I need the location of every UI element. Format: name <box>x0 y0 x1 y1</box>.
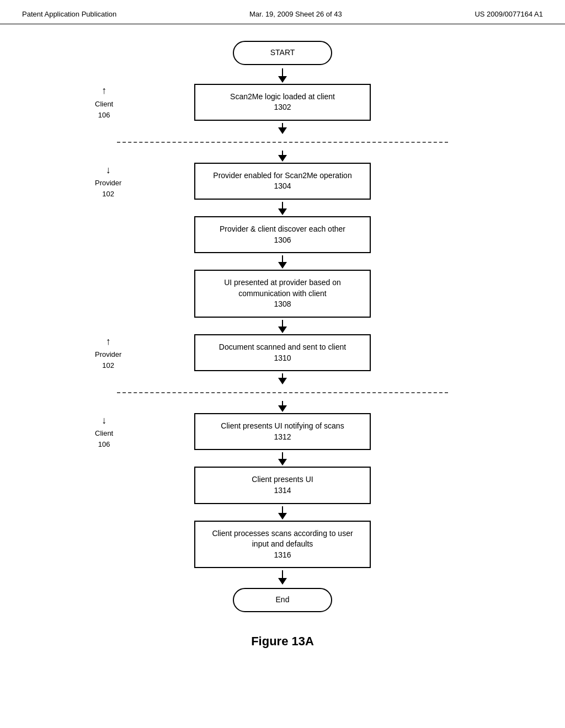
row-1314: Client presents UI 1314 <box>89 467 476 504</box>
arrow-down-6 <box>278 459 287 465</box>
box-1310: Document scanned and sent to client 1310 <box>194 334 371 371</box>
box-1310-number: 1310 <box>204 353 361 364</box>
box-1314-number: 1314 <box>204 485 361 496</box>
box-1312-text: Client presents UI notifying of scans <box>204 421 361 432</box>
arrow-stem-5a <box>282 373 283 378</box>
provider-mid-number: 102 <box>102 361 114 371</box>
end-box: End <box>233 588 332 612</box>
arrow-down-0 <box>278 76 287 83</box>
diagram-area: START ↑ Client 106 Scan2Me logic loaded … <box>0 24 565 660</box>
box-1312-number: 1312 <box>204 432 361 443</box>
row-1312: ↓ Client 106 Client presents UI notifyin… <box>89 413 476 450</box>
header-left: Patent Application Publication <box>22 10 116 18</box>
client-bottom-name: Client <box>95 429 113 438</box>
box-1314-text: Client presents UI <box>204 474 361 485</box>
box-1304-text: Provider enabled for Scan2Me operation <box>204 170 361 181</box>
provider-top-number: 102 <box>102 189 114 199</box>
box-1308-text: UI presented at provider based on commun… <box>204 277 361 299</box>
box-1312: Client presents UI notifying of scans 13… <box>194 413 371 450</box>
box-1306-number: 1306 <box>204 235 361 246</box>
arrow-stem-0 <box>282 68 283 76</box>
header-right: US 2009/0077164 A1 <box>475 10 543 18</box>
arrow-stem-2 <box>282 202 283 208</box>
box-1302: Scan2Me logic loaded at client 1302 <box>194 84 371 121</box>
row-1302: ↑ Client 106 Scan2Me logic loaded at cli… <box>89 84 476 121</box>
patent-header: Patent Application Publication Mar. 19, … <box>0 0 565 24</box>
arrow-down-5a <box>278 378 287 384</box>
dashed-separator-1 <box>89 137 476 147</box>
provider-top-label: ↓ Provider 102 <box>95 163 121 200</box>
client-bottom-number: 106 <box>98 440 110 449</box>
row-1310: ↑ Provider 102 Document scanned and sent… <box>89 334 476 371</box>
arrow-down-8 <box>278 578 287 585</box>
start-label: START <box>270 48 295 57</box>
client-bottom-arrow: ↓ <box>102 414 106 427</box>
box-1304-number: 1304 <box>204 181 361 192</box>
arrow-down-3 <box>278 262 287 269</box>
box-1306: Provider & client discover each other 13… <box>194 216 371 253</box>
arrow-stem-1b <box>282 151 283 155</box>
end-label: End <box>276 595 290 604</box>
box-1302-number: 1302 <box>204 102 361 113</box>
arrow-stem-4 <box>282 320 283 326</box>
box-1306-text: Provider & client discover each other <box>204 224 361 235</box>
box-1304: Provider enabled for Scan2Me operation 1… <box>194 163 371 200</box>
header-center: Mar. 19, 2009 Sheet 26 of 43 <box>249 10 342 18</box>
figure-caption: Figure 13A <box>251 634 314 649</box>
arrow-down-1b <box>278 155 287 162</box>
arrow-down-5b <box>278 405 287 412</box>
arrow-stem-6 <box>282 452 283 459</box>
row-1316: Client processes scans according to user… <box>89 521 476 569</box>
client-top-arrow: ↑ <box>102 84 106 98</box>
client-top-label: ↑ Client 106 <box>95 84 113 120</box>
row-1304: ↓ Provider 102 Provider enabled for Scan… <box>89 163 476 200</box>
client-bottom-label: ↓ Client 106 <box>95 414 113 450</box>
box-1308-number: 1308 <box>204 299 361 310</box>
box-1302-text: Scan2Me logic loaded at client <box>204 92 361 103</box>
box-1316: Client processes scans according to user… <box>194 521 371 569</box>
dashed-separator-2 <box>89 388 476 398</box>
box-1316-number: 1316 <box>204 550 361 561</box>
provider-mid-name: Provider <box>95 350 121 360</box>
client-top-number: 106 <box>98 110 110 120</box>
arrow-stem-5b <box>282 401 283 405</box>
provider-mid-arrow: ↑ <box>106 335 111 349</box>
arrow-stem-8 <box>282 570 283 578</box>
box-1308: UI presented at provider based on commun… <box>194 270 371 318</box>
arrow-stem-3 <box>282 255 283 262</box>
start-box: START <box>233 41 332 65</box>
arrow-down-2 <box>278 208 287 215</box>
arrow-stem-7 <box>282 506 283 513</box>
client-top-name: Client <box>95 99 113 109</box>
provider-mid-label: ↑ Provider 102 <box>95 335 121 371</box>
box-1316-text: Client processes scans according to user… <box>204 528 361 550</box>
row-1308: UI presented at provider based on commun… <box>89 270 476 318</box>
arrow-down-4 <box>278 326 287 333</box>
arrow-down-1a <box>278 127 287 134</box>
arrow-down-7 <box>278 513 287 520</box>
provider-top-arrow: ↓ <box>106 163 111 177</box>
box-1310-text: Document scanned and sent to client <box>204 342 361 353</box>
arrow-stem-1a <box>282 123 283 127</box>
row-1306: Provider & client discover each other 13… <box>89 216 476 253</box>
provider-top-name: Provider <box>95 178 121 188</box>
box-1314: Client presents UI 1314 <box>194 467 371 504</box>
